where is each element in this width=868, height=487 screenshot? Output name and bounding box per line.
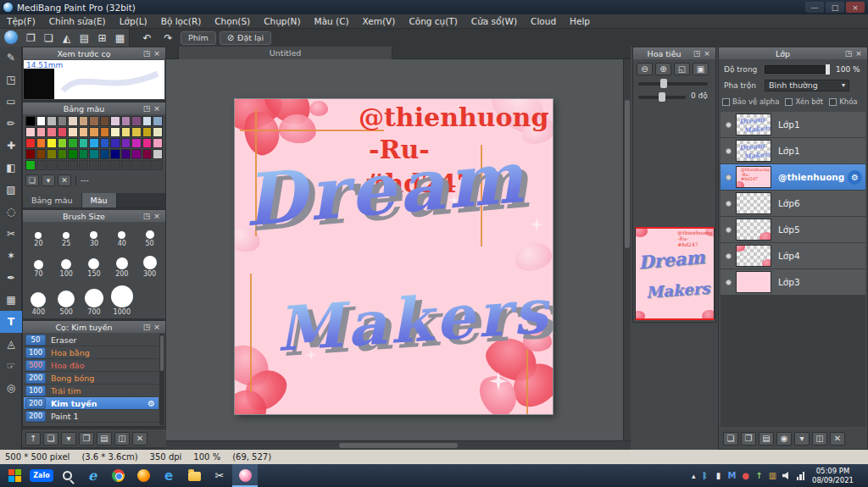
zoom-in-icon[interactable]: ⊕ — [655, 63, 671, 75]
menu-item[interactable]: Cloud — [524, 14, 563, 28]
opacity-slider[interactable] — [765, 65, 829, 74]
layer-visibility-toggle[interactable] — [726, 201, 732, 207]
vertical-scrollbar[interactable] — [623, 59, 631, 440]
reset-button[interactable]: ⊘Đặt lại — [220, 31, 271, 45]
color-swatch[interactable] — [79, 127, 89, 137]
opacity-slider-handle[interactable] — [826, 64, 830, 75]
layer-visibility-toggle[interactable] — [726, 253, 732, 259]
key-settings-button[interactable]: Phím — [181, 31, 216, 45]
color-swatch[interactable] — [25, 149, 36, 159]
color-swatch[interactable] — [100, 116, 110, 126]
color-swatch[interactable] — [121, 127, 131, 137]
close-icon[interactable]: × — [152, 212, 162, 220]
color-swatch[interactable] — [36, 116, 47, 126]
zoom-slider-handle[interactable] — [660, 79, 667, 88]
transform-tool[interactable]: ▦ — [0, 289, 22, 311]
color-swatch[interactable] — [79, 138, 89, 148]
duplicate-brush-icon[interactable]: ❐ — [79, 432, 94, 445]
close-icon[interactable]: × — [152, 49, 162, 58]
brush-size-option[interactable]: 50 — [136, 224, 164, 248]
canvas-settings-icon[interactable]: ⊞ — [93, 30, 111, 45]
network-icon[interactable] — [797, 471, 805, 480]
brush-size-option[interactable]: 1000 — [108, 279, 136, 317]
firefox-taskbar-icon[interactable] — [131, 464, 156, 487]
brush-item[interactable]: 200Kim tuyến⚙ — [24, 397, 159, 410]
clear-layer-icon[interactable]: ◫ — [812, 432, 827, 445]
delete-brush-icon[interactable]: ✕ — [132, 432, 147, 445]
canvas-viewport[interactable]: @thienhuong -Ru- #hd247 Dream Dream Make… — [166, 59, 631, 440]
edge-taskbar-icon[interactable]: e — [156, 464, 181, 487]
color-swatch[interactable] — [58, 160, 68, 170]
brush-size-option[interactable]: 500 — [53, 279, 81, 317]
palette-tab[interactable]: Bảng màu — [23, 193, 82, 208]
color-swatch[interactable] — [142, 138, 153, 148]
gradient-tool[interactable]: ▨ — [0, 179, 22, 201]
color-swatch[interactable] — [110, 149, 120, 159]
color-swatch[interactable] — [58, 138, 68, 148]
battery-tray-icon[interactable]: ▮ — [714, 471, 724, 480]
brush-size-option[interactable]: 100 — [53, 248, 81, 278]
merge-down-icon[interactable]: ▾ — [794, 432, 810, 445]
internet-explorer-taskbar-icon[interactable]: e — [80, 464, 105, 487]
brush-item[interactable]: 200Bong bóng — [24, 372, 159, 385]
close-icon[interactable]: × — [152, 323, 162, 331]
blend-mode-select[interactable]: Bình thường ▾ — [765, 80, 849, 91]
layer-row[interactable]: DreamMakersLớp1 — [721, 138, 865, 163]
vertical-scroll-handle[interactable] — [625, 100, 630, 248]
color-swatch[interactable] — [68, 138, 78, 148]
palette-tab[interactable]: Màu — [82, 193, 117, 208]
menu-item[interactable]: Công cụ(T) — [402, 14, 464, 28]
layer-row[interactable]: Lớp3 — [721, 269, 865, 295]
lasso-tool[interactable]: ✂ — [0, 223, 22, 245]
color-swatch[interactable] — [121, 149, 131, 159]
color-swatch[interactable] — [68, 127, 78, 137]
layer-visibility-toggle[interactable] — [726, 174, 732, 180]
duplicate-layer-icon[interactable]: ❐ — [741, 432, 756, 445]
document-tab[interactable]: Untitled — [178, 47, 392, 59]
color-swatch[interactable] — [47, 127, 57, 137]
layer-option-checkbox[interactable]: Bảo vệ alpha — [722, 97, 779, 106]
brush-tool[interactable]: ✏ — [0, 113, 22, 135]
camera-layer-icon[interactable]: ◉ — [776, 432, 792, 445]
color-swatch[interactable] — [79, 160, 89, 170]
zoom-out-icon[interactable]: ⊖ — [637, 63, 653, 75]
color-swatch[interactable] — [58, 149, 68, 159]
layer-row[interactable]: Lớp4 — [721, 243, 865, 268]
color-swatch[interactable] — [47, 138, 57, 148]
menu-item[interactable]: Help — [563, 14, 597, 28]
color-swatch[interactable] — [142, 149, 153, 159]
zalo-taskbar-icon[interactable]: Zalo — [29, 464, 54, 487]
brush-size-option[interactable]: 700 — [81, 279, 108, 317]
color-swatch[interactable] — [131, 116, 142, 126]
menu-item[interactable]: Tệp(F) — [0, 14, 42, 28]
undo-button[interactable]: ↶ — [138, 30, 156, 45]
menu-item[interactable]: Bộ lọc(R) — [154, 14, 209, 28]
menu-item[interactable]: Xem(V) — [356, 14, 403, 28]
menu-item[interactable]: Lớp(L) — [113, 14, 154, 28]
brush-size-option[interactable]: 200 — [108, 248, 136, 278]
close-button[interactable]: × — [846, 2, 865, 13]
menu-item[interactable]: Chọn(S) — [208, 14, 257, 28]
menu-item[interactable]: Chỉnh sửa(E) — [42, 14, 113, 28]
brush-size-option[interactable]: 300 — [136, 248, 164, 278]
color-swatch[interactable] — [121, 116, 131, 126]
close-icon[interactable]: × — [152, 104, 162, 113]
add-color-icon[interactable]: ❏ — [25, 174, 39, 186]
pen-tool[interactable]: ✎ — [0, 47, 22, 69]
color-swatch[interactable] — [47, 149, 57, 159]
open-file-icon[interactable]: ▤ — [75, 30, 93, 45]
popout-icon[interactable]: ◳ — [142, 323, 152, 331]
start-button[interactable] — [0, 464, 29, 487]
pen-nib-tool[interactable]: ✒ — [0, 267, 22, 289]
color-swatch[interactable] — [89, 127, 99, 137]
color-swatch[interactable] — [142, 160, 153, 170]
color-swatch[interactable] — [100, 127, 110, 137]
palette-menu-icon[interactable]: ▾ — [42, 174, 55, 186]
color-swatch[interactable] — [47, 116, 57, 126]
brush-size-option[interactable]: 30 — [81, 224, 108, 248]
brush-folder-icon[interactable]: ▤ — [97, 432, 112, 445]
navigator-preview[interactable]: @thienhuong -Ru- #hd247 Dream Makers — [635, 227, 715, 320]
minimize-button[interactable]: — — [805, 2, 824, 13]
layer-row[interactable]: Lớp6 — [721, 191, 865, 216]
color-swatch[interactable] — [25, 127, 36, 137]
